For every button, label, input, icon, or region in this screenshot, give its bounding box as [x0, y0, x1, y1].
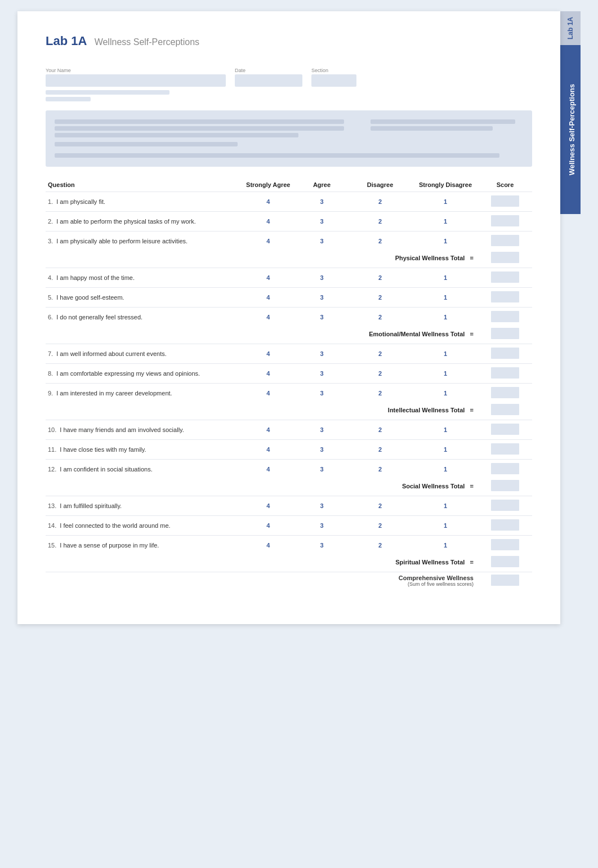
score-cell[interactable] — [478, 212, 532, 232]
a-val[interactable]: 3 — [296, 308, 347, 327]
section-input[interactable] — [311, 74, 356, 87]
a-val[interactable]: 3 — [296, 288, 347, 308]
col-question: Question — [46, 178, 240, 192]
score-cell[interactable] — [478, 192, 532, 212]
instructions-box — [46, 110, 532, 167]
date-input[interactable] — [235, 74, 302, 87]
score-cell[interactable] — [478, 308, 532, 327]
sa-val[interactable]: 4 — [240, 384, 296, 403]
subtotal-score-cell[interactable] — [478, 327, 532, 344]
sd-val[interactable]: 1 — [413, 192, 478, 212]
a-val[interactable]: 3 — [296, 384, 347, 403]
subtotal-score-cell[interactable] — [478, 555, 532, 572]
score-cell[interactable] — [478, 344, 532, 364]
section-field-group: Section — [311, 68, 356, 87]
a-val[interactable]: 3 — [296, 268, 347, 288]
a-val[interactable]: 3 — [296, 496, 347, 516]
question-cell: 7.I am well informed about current event… — [46, 344, 240, 364]
d-val[interactable]: 2 — [347, 496, 413, 516]
d-val[interactable]: 2 — [347, 440, 413, 460]
a-val[interactable]: 3 — [296, 232, 347, 251]
sd-val[interactable]: 1 — [413, 232, 478, 251]
score-cell[interactable] — [478, 420, 532, 440]
sa-val[interactable]: 4 — [240, 192, 296, 212]
sd-val[interactable]: 1 — [413, 288, 478, 308]
table-row: 13.I am fulfilled spiritually. 4 3 2 1 — [46, 496, 532, 516]
sa-val[interactable]: 4 — [240, 364, 296, 384]
sd-val[interactable]: 1 — [413, 268, 478, 288]
table-row: 6.I do not generally feel stressed. 4 3 … — [46, 308, 532, 327]
a-val[interactable]: 3 — [296, 344, 347, 364]
d-val[interactable]: 2 — [347, 192, 413, 212]
d-val[interactable]: 2 — [347, 288, 413, 308]
d-val[interactable]: 2 — [347, 364, 413, 384]
d-val[interactable]: 2 — [347, 420, 413, 440]
name-input[interactable] — [46, 74, 226, 87]
d-val[interactable]: 2 — [347, 268, 413, 288]
score-cell[interactable] — [478, 536, 532, 555]
d-val[interactable]: 2 — [347, 384, 413, 403]
a-val[interactable]: 3 — [296, 440, 347, 460]
score-cell[interactable] — [478, 440, 532, 460]
sa-val[interactable]: 4 — [240, 420, 296, 440]
score-cell[interactable] — [478, 384, 532, 403]
question-cell: 2.I am able to perform the physical task… — [46, 212, 240, 232]
sd-val[interactable]: 1 — [413, 460, 478, 479]
score-cell[interactable] — [478, 288, 532, 308]
d-val[interactable]: 2 — [347, 516, 413, 536]
sd-val[interactable]: 1 — [413, 536, 478, 555]
score-cell[interactable] — [478, 496, 532, 516]
a-val[interactable]: 3 — [296, 192, 347, 212]
a-val[interactable]: 3 — [296, 536, 347, 555]
sa-val[interactable]: 4 — [240, 496, 296, 516]
sd-val[interactable]: 1 — [413, 516, 478, 536]
score-cell[interactable] — [478, 460, 532, 479]
sd-val[interactable]: 1 — [413, 384, 478, 403]
col-agree: Agree — [296, 178, 347, 192]
a-val[interactable]: 3 — [296, 212, 347, 232]
sa-val[interactable]: 4 — [240, 232, 296, 251]
sa-val[interactable]: 4 — [240, 460, 296, 479]
sd-val[interactable]: 1 — [413, 364, 478, 384]
d-val[interactable]: 2 — [347, 460, 413, 479]
sd-val[interactable]: 1 — [413, 212, 478, 232]
sd-val[interactable]: 1 — [413, 496, 478, 516]
sa-val[interactable]: 4 — [240, 536, 296, 555]
a-val[interactable]: 3 — [296, 460, 347, 479]
page-title: Lab 1A Wellness Self-Perceptions — [46, 34, 199, 48]
table-row: 14.I feel connected to the world around … — [46, 516, 532, 536]
sd-val[interactable]: 1 — [413, 308, 478, 327]
score-cell[interactable] — [478, 516, 532, 536]
a-val[interactable]: 3 — [296, 364, 347, 384]
d-val[interactable]: 2 — [347, 308, 413, 327]
sa-val[interactable]: 4 — [240, 344, 296, 364]
d-val[interactable]: 2 — [347, 232, 413, 251]
comprehensive-score-cell[interactable] — [478, 572, 532, 591]
sa-val[interactable]: 4 — [240, 308, 296, 327]
score-cell[interactable] — [478, 364, 532, 384]
table-row: 15.I have a sense of purpose in my life.… — [46, 536, 532, 555]
subtotal-score-cell[interactable] — [478, 479, 532, 496]
sa-val[interactable]: 4 — [240, 516, 296, 536]
a-val[interactable]: 3 — [296, 516, 347, 536]
col-disagree: Disagree — [347, 178, 413, 192]
inst-line-4 — [55, 142, 238, 146]
sd-val[interactable]: 1 — [413, 344, 478, 364]
d-val[interactable]: 2 — [347, 212, 413, 232]
d-val[interactable]: 2 — [347, 536, 413, 555]
subtotal-score-cell[interactable] — [478, 403, 532, 420]
table-row: 8.I am comfortable expressing my views a… — [46, 364, 532, 384]
score-cell[interactable] — [478, 232, 532, 251]
table-row: 4.I am happy most of the time. 4 3 2 1 — [46, 268, 532, 288]
sa-val[interactable]: 4 — [240, 440, 296, 460]
sd-val[interactable]: 1 — [413, 440, 478, 460]
a-val[interactable]: 3 — [296, 420, 347, 440]
sa-val[interactable]: 4 — [240, 288, 296, 308]
date-field-group: Date — [235, 68, 302, 87]
sa-val[interactable]: 4 — [240, 268, 296, 288]
sa-val[interactable]: 4 — [240, 212, 296, 232]
score-cell[interactable] — [478, 268, 532, 288]
sd-val[interactable]: 1 — [413, 420, 478, 440]
d-val[interactable]: 2 — [347, 344, 413, 364]
subtotal-score-cell[interactable] — [478, 251, 532, 268]
